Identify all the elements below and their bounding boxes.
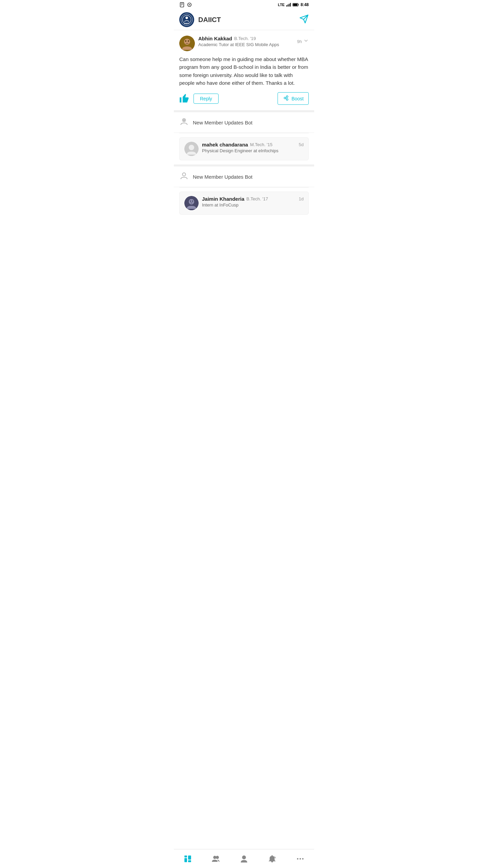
member-role-1: Physical Design Engineer at eInfochips [202, 148, 304, 153]
boost-icon [283, 95, 289, 102]
author-name: Abhin Kakkad [198, 36, 232, 41]
nav-more[interactable] [286, 849, 314, 868]
android-icon [187, 2, 192, 7]
svg-line-22 [286, 97, 286, 98]
bot-icon-1 [179, 117, 189, 128]
post-card: Abhin Kakkad B.Tech. '19 Academic Tutor … [174, 30, 314, 112]
nav-feed[interactable] [174, 849, 202, 868]
author-degree: B.Tech. '19 [234, 36, 256, 41]
bot-text-1: New Member Updates Bot [193, 120, 252, 125]
author-avatar [179, 36, 195, 51]
member-time-1: 5d [299, 142, 304, 147]
like-button[interactable] [179, 94, 189, 104]
member-header-2: Jaimin Khanderia B.Tech. '17 1d Intern a… [184, 196, 304, 210]
bot-message-1: New Member Updates Bot [174, 112, 314, 133]
svg-point-39 [242, 855, 246, 859]
post-time-row: 9h [297, 36, 309, 47]
content-area: Abhin Kakkad B.Tech. '19 Academic Tutor … [174, 30, 314, 239]
svg-rect-7 [298, 4, 299, 5]
member-degree-1: M.Tech. '15 [250, 142, 272, 147]
svg-point-16 [184, 39, 190, 45]
svg-rect-4 [289, 4, 289, 6]
status-bar-left [179, 2, 192, 7]
app-logo: DAIICT [179, 12, 194, 27]
sim-icon [179, 2, 185, 7]
post-menu-chevron[interactable] [303, 38, 309, 45]
svg-point-21 [286, 99, 288, 100]
divider-1 [179, 133, 309, 133]
author-role: Academic Tutor at IEEE SIG Mobile Apps [198, 42, 279, 47]
svg-point-42 [302, 858, 303, 859]
svg-point-31 [190, 201, 191, 202]
nav-notifications[interactable] [258, 849, 286, 868]
svg-point-37 [214, 856, 216, 859]
lte-label: LTE [278, 3, 285, 7]
member-name-2: Jaimin Khanderia [202, 196, 244, 202]
member-role-2: Intern at InFoCusp [202, 202, 304, 208]
nav-profile[interactable] [230, 849, 258, 868]
member-avatar-2 [184, 196, 199, 210]
member-time-2: 1d [299, 196, 304, 201]
svg-rect-8 [293, 4, 298, 6]
boost-button[interactable]: Boost [278, 92, 309, 105]
svg-point-25 [183, 120, 185, 121]
member-name-1: mahek chandarana [202, 142, 248, 147]
member-card-1[interactable]: mahek chandarana M.Tech. '15 5d Physical… [179, 137, 309, 160]
svg-point-41 [299, 858, 301, 859]
bot-icon-2 [179, 171, 189, 182]
app-header: DAIICT DAIICT [174, 9, 314, 30]
member-degree-2: B.Tech. '17 [246, 196, 268, 201]
post-time: 9h [297, 39, 302, 44]
svg-point-17 [185, 40, 186, 42]
svg-point-27 [189, 145, 194, 150]
svg-rect-0 [180, 2, 184, 7]
svg-point-18 [188, 40, 189, 42]
svg-point-20 [286, 96, 288, 97]
signal-icon [286, 3, 291, 7]
battery-icon [292, 3, 299, 7]
reply-button[interactable]: Reply [194, 94, 219, 104]
svg-point-40 [297, 858, 298, 859]
svg-rect-35 [188, 855, 191, 860]
svg-point-38 [216, 856, 219, 859]
status-bar: LTE 8:48 [174, 0, 314, 9]
member-avatar-1 [184, 142, 199, 156]
nav-groups[interactable] [202, 849, 230, 868]
svg-rect-36 [188, 860, 191, 862]
svg-point-19 [284, 97, 286, 99]
post-actions: Reply Boost [179, 92, 309, 105]
divider-2 [179, 187, 309, 188]
member-card-2[interactable]: Jaimin Khanderia B.Tech. '17 1d Intern a… [179, 192, 309, 215]
bot-message-2: New Member Updates Bot [174, 166, 314, 187]
bot-text-2: New Member Updates Bot [193, 174, 252, 180]
member-info-1: mahek chandarana M.Tech. '15 5d Physical… [202, 142, 304, 153]
svg-point-32 [192, 201, 193, 202]
status-time: 8:48 [301, 2, 309, 7]
svg-rect-34 [185, 858, 187, 862]
member-info-2: Jaimin Khanderia B.Tech. '17 1d Intern a… [202, 196, 304, 208]
svg-point-28 [182, 173, 185, 176]
svg-point-11 [185, 17, 188, 19]
svg-text:DAIICT: DAIICT [184, 23, 189, 24]
svg-rect-5 [290, 3, 291, 7]
svg-rect-2 [286, 5, 287, 7]
svg-line-23 [286, 98, 286, 99]
svg-rect-3 [287, 4, 288, 6]
svg-point-30 [189, 199, 194, 204]
post-user-info: Abhin Kakkad B.Tech. '19 Academic Tutor … [198, 36, 309, 47]
post-header: Abhin Kakkad B.Tech. '19 Academic Tutor … [179, 36, 309, 51]
boost-label: Boost [291, 96, 304, 101]
member-header-1: mahek chandarana M.Tech. '15 5d Physical… [184, 142, 304, 156]
svg-rect-33 [185, 855, 187, 857]
post-content: Can someone help me in guiding me about … [179, 55, 309, 87]
bottom-nav [174, 849, 314, 868]
header-title: DAIICT [198, 16, 299, 24]
status-bar-right: LTE 8:48 [278, 2, 309, 7]
send-button[interactable] [299, 14, 309, 25]
